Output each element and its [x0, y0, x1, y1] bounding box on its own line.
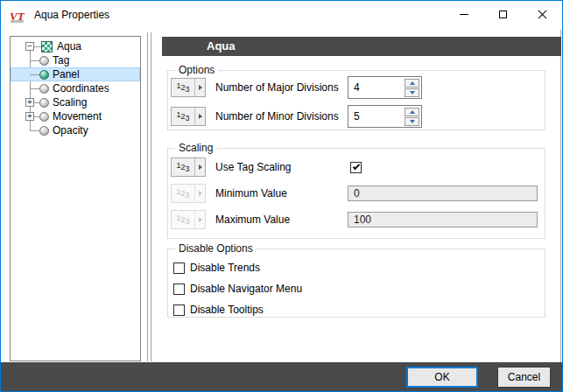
tree-branch-line	[30, 88, 39, 89]
spinner-down-button[interactable]	[405, 117, 419, 126]
close-icon	[538, 10, 547, 19]
tree-node-label: Opacity	[53, 124, 88, 136]
node-sphere-icon	[39, 84, 49, 94]
tree-branch-line	[30, 60, 39, 61]
app-logo-icon: VT	[10, 8, 27, 23]
spinner-up-icon	[410, 110, 415, 114]
tree-node-panel[interactable]: Panel	[11, 67, 140, 81]
use-tag-scaling-label: Use Tag Scaling	[215, 161, 348, 173]
disable-options-group-title: Disable Options	[175, 242, 257, 255]
node-sphere-icon	[39, 126, 49, 136]
tree-node-opacity[interactable]: Opacity	[11, 123, 140, 137]
tree-branch-line	[34, 46, 41, 47]
expand-icon[interactable]: +	[25, 98, 34, 107]
window-controls	[444, 1, 562, 28]
window-title: Aqua Properties	[34, 9, 109, 21]
major-divisions-input[interactable]	[348, 77, 403, 98]
node-sphere-icon	[39, 98, 49, 108]
major-divisions-type-button[interactable]: 123	[171, 78, 206, 97]
title-bar[interactable]: VT Aqua Properties	[1, 1, 562, 29]
numeric-type-icon: 123	[172, 211, 194, 228]
tree-node-aqua-root[interactable]: − Aqua	[11, 39, 140, 53]
disable-tooltips-label: Disable Tooltips	[190, 304, 264, 316]
maximum-value-type-button: 123	[171, 210, 206, 229]
options-group: Options 123 Number of Major Divisions 12…	[167, 70, 545, 130]
dropdown-arrow-icon	[194, 211, 205, 228]
tree-node-coordinates[interactable]: Coordinates	[11, 81, 140, 95]
disable-navigator-menu-checkbox[interactable]	[173, 284, 185, 295]
disable-navigator-menu-row: Disable Navigator Menu	[173, 283, 302, 295]
minimum-value-input	[348, 186, 538, 201]
use-tag-scaling-type-button[interactable]: 123	[171, 158, 206, 177]
ok-button[interactable]: OK	[406, 367, 478, 388]
checkmark-icon	[352, 163, 359, 170]
maximum-value-input	[348, 212, 538, 228]
disable-tooltips-checkbox[interactable]	[173, 304, 185, 316]
options-group-title: Options	[175, 64, 218, 76]
maximum-value-row: 123 Maximum Value	[171, 210, 538, 229]
tree-node-label: Tag	[53, 54, 69, 66]
app-logo-text: VT	[10, 10, 25, 23]
spinner-down-icon	[410, 120, 415, 123]
minimum-value-row: 123 Minimum Value	[171, 184, 538, 203]
minor-divisions-spinner	[348, 105, 422, 128]
spinner-buttons	[405, 79, 419, 97]
node-sphere-icon-active	[39, 70, 49, 80]
panel-splitter[interactable]	[147, 32, 151, 361]
major-divisions-label: Number of Major Divisions	[215, 81, 348, 94]
minimum-value-type-button: 123	[171, 184, 206, 203]
scaling-group-title: Scaling	[175, 142, 216, 154]
maximize-icon	[499, 10, 507, 18]
close-button[interactable]	[523, 1, 562, 28]
tree-node-tag[interactable]: Tag	[11, 53, 140, 67]
use-tag-scaling-checkbox[interactable]	[350, 162, 362, 173]
dropdown-arrow-icon	[194, 185, 205, 202]
major-divisions-row: 123 Number of Major Divisions	[171, 78, 422, 97]
disable-trends-row: Disable Trends	[173, 262, 260, 274]
tree-node-label: Movement	[53, 110, 102, 122]
scaling-group: Scaling 123 Use Tag Scaling 123 Minimum …	[167, 148, 545, 239]
dropdown-arrow-icon[interactable]	[194, 108, 205, 125]
expand-icon[interactable]: +	[25, 112, 34, 121]
tree-node-movement[interactable]: + Movement	[11, 109, 140, 123]
tree-branch-line	[30, 130, 39, 131]
minimize-button[interactable]	[444, 1, 483, 28]
numeric-type-icon: 123	[172, 79, 194, 96]
spinner-up-button[interactable]	[405, 79, 419, 88]
dropdown-arrow-icon[interactable]	[194, 79, 205, 96]
minor-divisions-row: 123 Number of Minor Divisions	[171, 107, 422, 126]
spinner-buttons	[405, 108, 419, 126]
maximize-button[interactable]	[483, 1, 523, 28]
disable-trends-label: Disable Trends	[190, 262, 260, 274]
numeric-type-icon: 123	[172, 185, 194, 202]
numeric-type-icon: 123	[172, 108, 194, 125]
tree-branch-line	[30, 74, 39, 75]
numeric-type-icon: 123	[172, 158, 194, 176]
tree-node-label: Coordinates	[53, 82, 109, 94]
disable-trends-checkbox[interactable]	[173, 262, 185, 274]
spinner-up-icon	[410, 81, 415, 85]
cancel-button[interactable]: Cancel	[497, 367, 551, 388]
dialog-window: VT Aqua Properties − Aqua Tag Panel	[0, 0, 563, 392]
minor-divisions-input[interactable]	[348, 106, 403, 127]
minor-divisions-label: Number of Minor Divisions	[215, 110, 348, 122]
minimum-value-label: Minimum Value	[215, 187, 348, 200]
spinner-down-button[interactable]	[405, 88, 419, 97]
node-sphere-icon	[39, 112, 49, 122]
minor-divisions-type-button[interactable]: 123	[171, 107, 206, 126]
spinner-down-icon	[410, 91, 415, 94]
tree-node-label: Scaling	[53, 96, 87, 108]
dropdown-arrow-icon[interactable]	[194, 158, 205, 176]
use-tag-scaling-row: 123 Use Tag Scaling	[171, 158, 362, 177]
disable-navigator-menu-label: Disable Navigator Menu	[190, 283, 302, 295]
node-sphere-icon	[39, 56, 49, 66]
collapse-icon[interactable]: −	[25, 42, 34, 51]
footer-bar: OK Cancel	[1, 362, 562, 391]
tree-node-label: Aqua	[57, 40, 81, 52]
tree-node-scaling[interactable]: + Scaling	[11, 95, 140, 109]
panel-header: Aqua	[162, 37, 561, 56]
disable-tooltips-row: Disable Tooltips	[173, 304, 264, 316]
spinner-up-button[interactable]	[405, 108, 419, 116]
properties-tree: − Aqua Tag Panel Coordinates + Scaling	[10, 36, 141, 361]
major-divisions-spinner	[348, 76, 422, 99]
